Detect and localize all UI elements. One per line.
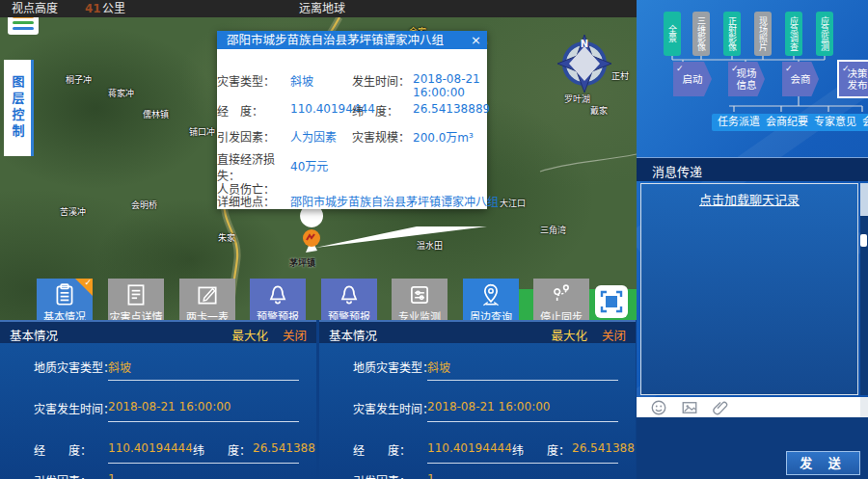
tool-tile-warning-2[interactable]: 预警预报 <box>321 279 377 324</box>
fullscreen-extent-button[interactable] <box>595 285 628 318</box>
load-chat-history-link[interactable]: 点击加载聊天记录 <box>641 190 857 208</box>
action-button-dispatch[interactable]: 任务派遣 <box>712 114 766 131</box>
layer-button-panorama[interactable]: 全景 <box>664 12 681 56</box>
earth-distance-label: 远离地球 <box>299 0 345 17</box>
map-pin-icon <box>478 282 503 307</box>
layer-button-monitor[interactable]: 应急监测 <box>816 12 833 56</box>
tool-tile-nearby-query[interactable]: 周边查询 <box>463 279 519 324</box>
disaster-info-popup: 邵阳市城步苗族自治县茅坪镇谭家冲八组 × 灾害类型： 斜坡 发生时间： 2018… <box>217 31 487 209</box>
edit-icon <box>195 282 220 307</box>
bell-icon <box>337 282 362 307</box>
check-icon: ✓ <box>731 63 739 74</box>
send-button[interactable]: 发 送 <box>786 451 860 475</box>
field-label: 灾害发生时间： <box>34 400 115 416</box>
popup-title: 邵阳市城步苗族自治县茅坪镇谭家冲八组 <box>217 31 487 49</box>
tool-tile-monitoring[interactable]: 专业监测 <box>392 279 448 324</box>
route-icon <box>549 282 574 307</box>
field-label: 灾害类型： <box>217 72 279 89</box>
sliders-icon <box>407 282 432 307</box>
side-window-button[interactable] <box>860 234 867 247</box>
field-label: 直接经济损失： <box>217 150 279 183</box>
viewpoint-height-unit: 公里 <box>102 0 125 17</box>
field-value: 200.0万m³ <box>413 128 484 145</box>
field-underline <box>108 421 299 422</box>
panel-header: 基本情况 最大化 关闭 <box>0 320 316 343</box>
fullscreen-icon <box>600 290 623 313</box>
field-underline <box>108 380 299 381</box>
field-label: 经 度： <box>217 102 279 119</box>
menu-bar <box>13 21 34 24</box>
action-button-consult[interactable]: 会商 <box>856 114 868 131</box>
field-value: 26.54138889 <box>572 441 636 455</box>
field-value: 斜坡 <box>108 359 131 375</box>
check-icon: ✓ <box>785 63 793 74</box>
flow-node-start[interactable]: ✓ 启动 <box>673 62 712 96</box>
status-bar: 视点高度 41 公里 远离地球 <box>0 0 637 17</box>
field-value: 斜坡 <box>290 72 313 89</box>
document-icon <box>123 282 149 307</box>
chat-history-panel: 点击加载聊天记录 <box>640 183 858 395</box>
check-icon: ✓ <box>676 63 684 74</box>
flow-node-consult[interactable]: ✓ 会商 <box>782 62 819 96</box>
layer-button-ortho[interactable]: 正射影像 <box>723 12 741 56</box>
tool-tile-disaster-detail[interactable]: 灾害点详情 <box>108 279 164 324</box>
field-value: 40万元 <box>290 157 328 173</box>
layer-button-survey[interactable]: 应急调查 <box>785 12 802 56</box>
clipboard-icon <box>52 282 77 307</box>
chat-toolbar <box>637 397 860 417</box>
action-button-minutes[interactable]: 会商纪要 <box>760 114 814 131</box>
field-label: 经 度： <box>34 441 92 458</box>
field-value: 110.40194444 <box>108 441 193 455</box>
flow-node-site-info[interactable]: ✓ 现场信息 <box>728 62 765 96</box>
field-label: 纬 度： <box>512 441 570 458</box>
tool-tile-card-form[interactable]: 两卡一表 <box>179 279 235 324</box>
layer-control-button[interactable]: 图层控制 <box>4 60 34 156</box>
field-label: 灾害发生时间： <box>353 400 434 416</box>
panel-header: 基本情况 最大化 关闭 <box>319 320 636 343</box>
field-value: 1 <box>108 472 116 479</box>
close-button[interactable]: 关闭 <box>283 326 307 344</box>
flow-node-label: 启动 <box>683 73 703 85</box>
field-label: 地质灾害类型： <box>34 359 115 375</box>
field-value: 1 <box>427 472 435 479</box>
field-value: 2018-08-21 16:00:00 <box>413 72 484 99</box>
viewpoint-height-label: 视点高度 <box>12 0 58 17</box>
field-label: 引发因素： <box>34 472 92 479</box>
field-value: 110.40194444 <box>427 441 512 455</box>
flow-node-label: 现场信息 <box>735 67 758 91</box>
field-underline <box>427 380 618 381</box>
field-underline <box>108 463 299 464</box>
action-button-expert[interactable]: 专家意见 <box>808 114 862 131</box>
tool-tile-stop-sync[interactable]: 停止同步 <box>533 279 589 324</box>
flow-node-decision[interactable]: ✓ 决策发布 <box>839 62 868 96</box>
menu-bar <box>13 27 34 30</box>
layer-button-site-photo[interactable]: 现场照片 <box>754 12 772 56</box>
attachment-icon[interactable] <box>712 399 729 416</box>
tool-tile-warning-1[interactable]: 预警预报 <box>250 279 306 324</box>
workflow-and-chat-column: 全景 三维影像 正射影像 现场照片 应急调查 应急监测 ✓ 启动 ✓ 现场信息 … <box>637 0 868 479</box>
field-label: 纬 度： <box>193 441 251 458</box>
field-value: 斜坡 <box>427 359 450 375</box>
close-button[interactable]: 关闭 <box>602 326 626 344</box>
field-label: 发生时间： <box>352 72 412 89</box>
popup-close-button[interactable]: × <box>471 31 481 49</box>
field-value: 2018-08-21 16:00:00 <box>108 400 231 413</box>
field-underline <box>427 463 618 464</box>
layer-button-3d-image[interactable]: 三维影像 <box>692 12 710 56</box>
check-icon: ✓ <box>84 278 92 287</box>
message-input-area[interactable]: 发 送 <box>637 417 868 479</box>
field-underline <box>427 421 618 422</box>
image-icon[interactable] <box>681 399 698 416</box>
toolbar-edge <box>860 397 868 417</box>
flow-node-label: 会商 <box>791 73 811 85</box>
maximize-button[interactable]: 最大化 <box>231 326 268 344</box>
field-label: 纬 度： <box>352 102 412 119</box>
maximize-button[interactable]: 最大化 <box>551 326 587 344</box>
emoji-icon[interactable] <box>650 399 667 416</box>
flow-node-decision-highlight: ✓ 决策发布 <box>837 60 868 98</box>
tool-tile-basic-info[interactable]: ✓ 基本情况 <box>37 279 93 324</box>
field-value: 26.54138889 <box>253 441 316 455</box>
basic-info-panel: 基本情况 最大化 关闭 地质灾害类型： 斜坡 灾害发生时间： 2018-08-2… <box>319 320 636 479</box>
message-section-header: 消息传递 <box>637 157 868 181</box>
field-label: 地质灾害类型： <box>353 359 434 375</box>
